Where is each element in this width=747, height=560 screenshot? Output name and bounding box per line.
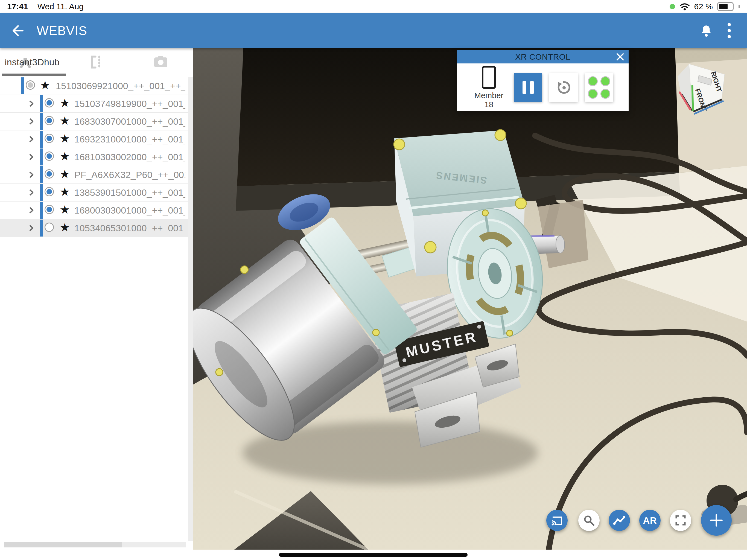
favorite-star-icon[interactable]: ★ [60, 168, 70, 181]
vertical-scrollbar[interactable] [188, 77, 193, 541]
expand-chevron-icon[interactable] [27, 153, 35, 161]
favorite-star-icon[interactable]: ★ [60, 221, 70, 234]
part-number-label: 16830307001000_++_001_++__ [74, 116, 185, 127]
tree-row[interactable]: ★15103749819900_++_001_++_rat [0, 95, 188, 113]
visibility-radio[interactable] [26, 80, 35, 90]
tree-row[interactable]: ★16932310001000_++_001_++__ [0, 130, 188, 148]
fullscreen-button[interactable] [670, 510, 691, 531]
notifications-button[interactable] [697, 21, 716, 40]
overflow-menu-button[interactable] [720, 21, 739, 40]
visibility-radio[interactable] [45, 205, 54, 214]
selection-bar [40, 113, 43, 130]
pause-icon [522, 81, 534, 94]
visibility-radio[interactable] [45, 187, 54, 196]
horizontal-scrollbar[interactable] [4, 542, 186, 548]
tab-snapshots[interactable] [129, 48, 193, 76]
selection-bar [21, 77, 24, 94]
back-button[interactable] [8, 21, 27, 40]
participants-button[interactable] [585, 73, 613, 102]
tab-instant3dhub[interactable]: instant3Dhub [0, 48, 64, 76]
expand-chevron-icon[interactable] [27, 118, 35, 125]
selection-bar [40, 95, 43, 112]
part-number-label: 16932310001000_++_001_++__ [74, 134, 185, 145]
date: Wed 11. Aug [37, 2, 84, 11]
participants-icon [588, 76, 610, 99]
selection-bar [40, 149, 43, 166]
bell-icon [700, 24, 713, 37]
kebab-menu-icon [727, 22, 731, 39]
favorite-star-icon[interactable]: ★ [60, 203, 70, 216]
home-indicator[interactable] [279, 553, 468, 557]
tree-row[interactable]: ★13853901501000_++_001_++_rot [0, 184, 188, 202]
tree-row[interactable]: ★16810303002000_++_001_++_BS [0, 148, 188, 166]
selection-bar [40, 184, 43, 201]
expand-chevron-icon[interactable] [27, 189, 35, 196]
add-button[interactable] [701, 505, 732, 536]
expand-chevron-icon[interactable] [27, 206, 35, 214]
page-title: WEBVIS [36, 23, 87, 38]
pause-button[interactable] [514, 73, 542, 102]
battery-percent: 62 % [694, 2, 713, 11]
sidebar-tabs: instant3Dhub [0, 48, 193, 76]
clip-plane-icon [89, 55, 104, 69]
visibility-radio[interactable] [45, 152, 54, 161]
tree-row[interactable]: ★10534065301000_++_001_++_fra [0, 219, 188, 237]
cast-icon [551, 515, 563, 526]
visibility-radio[interactable] [45, 169, 54, 179]
visibility-radio[interactable] [45, 134, 54, 143]
selection-bar [40, 220, 43, 236]
cast-button[interactable] [546, 510, 568, 531]
trend-line-icon [613, 515, 625, 525]
tree-row[interactable]: ★PF_A6X6X32_P60_++_001_++_DII [0, 166, 188, 184]
favorite-star-icon[interactable]: ★ [60, 132, 70, 145]
clock: 17:41 [7, 2, 28, 11]
selection-bar [40, 131, 43, 148]
tree-row[interactable]: ★16830307001000_++_001_++__ [0, 113, 188, 130]
parts-sidebar: instant3Dhub ★15103069921000_++_001_++_d… [0, 48, 193, 550]
hotspot-indicator-icon [670, 4, 675, 9]
tree-row[interactable]: ★16800303001000_++_001_++_B3 [0, 202, 188, 219]
part-number-label: PF_A6X6X32_P60_++_001_++_DII [74, 170, 185, 180]
xr-control-panel: XR CONTROL Member 18 [457, 50, 628, 111]
battery-icon [717, 2, 733, 11]
expand-chevron-icon[interactable] [27, 224, 35, 232]
favorite-star-icon[interactable]: ★ [60, 185, 70, 199]
search-button[interactable] [578, 510, 600, 531]
part-number-label: 10534065301000_++_001_++_fra [74, 223, 185, 233]
expand-chevron-icon[interactable] [27, 135, 35, 143]
visibility-radio[interactable] [45, 116, 54, 125]
tree-row-root[interactable]: ★15103069921000_++_001_++_dimensi [0, 77, 188, 95]
search-icon [583, 515, 595, 526]
selection-bar [40, 202, 43, 219]
visibility-radio[interactable] [45, 98, 54, 107]
favorite-star-icon[interactable]: ★ [60, 97, 70, 110]
selection-bar [40, 166, 43, 183]
favorite-star-icon[interactable]: ★ [60, 114, 70, 127]
close-icon[interactable] [616, 52, 625, 61]
ar-viewport[interactable]: SIEMENS MUSTER [193, 48, 747, 550]
ar-label: AR [643, 515, 657, 526]
favorite-star-icon[interactable]: ★ [60, 150, 70, 163]
parts-tree: ★15103069921000_++_001_++_dimensi★151037… [0, 77, 188, 237]
app-bar: WEBVIS [0, 13, 747, 48]
fullscreen-icon [675, 515, 686, 526]
measure-trend-button[interactable] [609, 510, 630, 531]
favorite-star-icon[interactable]: ★ [40, 79, 50, 92]
expand-chevron-icon[interactable] [27, 100, 35, 107]
visibility-radio[interactable] [45, 223, 54, 232]
active-tab-indicator [2, 74, 66, 76]
scrollbar-thumb[interactable] [4, 542, 122, 548]
part-number-label: 16810303002000_++_001_++_BS [74, 152, 185, 162]
ar-mode-button[interactable]: AR [639, 510, 661, 531]
member-indicator: Member 18 [471, 66, 507, 109]
part-number-label: 15103069921000_++_001_++_dimensi [56, 81, 185, 91]
orientation-view-cube[interactable]: RIGHT FRONT [674, 59, 728, 117]
phone-icon [482, 66, 496, 89]
tab-clip-planes[interactable] [64, 48, 129, 76]
member-label: Member 18 [471, 91, 507, 109]
part-number-label: 16800303001000_++_001_++_B3 [74, 205, 185, 216]
expand-chevron-icon[interactable] [27, 171, 35, 179]
part-number-label: 15103749819900_++_001_++_rat [74, 98, 185, 109]
reset-view-button[interactable] [549, 73, 578, 102]
wifi-icon [679, 2, 690, 11]
